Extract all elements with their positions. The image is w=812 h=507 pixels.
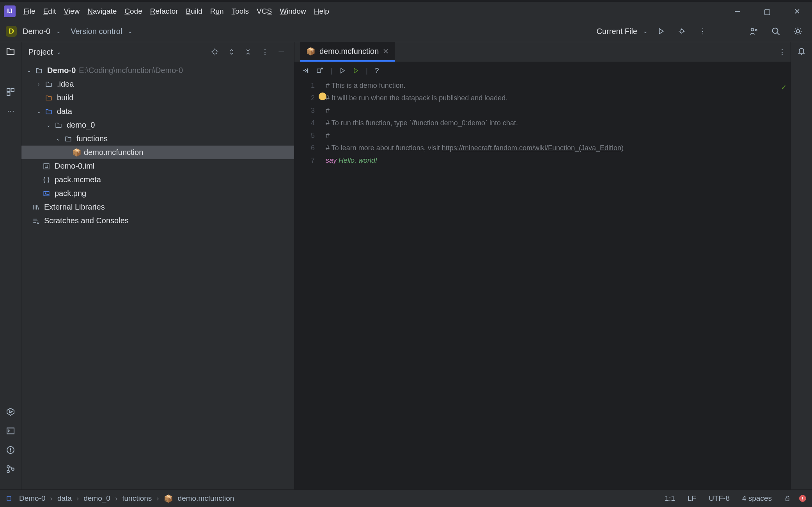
cursor-position[interactable]: 1:1 bbox=[661, 494, 679, 503]
tree-file-pack-mcmeta[interactable]: pack.mcmeta bbox=[21, 173, 294, 187]
menu-window[interactable]: Window bbox=[280, 7, 306, 16]
svg-rect-42 bbox=[786, 498, 789, 501]
menu-build[interactable]: Build bbox=[186, 7, 202, 16]
tree-root[interactable]: ⌄ Demo-0 E:\Coding\mcfunction\Demo-0 bbox=[21, 64, 294, 77]
editor-tool-b-icon[interactable] bbox=[316, 67, 323, 74]
menu-edit[interactable]: Edit bbox=[43, 7, 56, 16]
menu-bar: IJ File Edit View Navigate Code Refactor… bbox=[0, 2, 812, 21]
tree-scratches[interactable]: Scratches and Consoles bbox=[21, 214, 294, 228]
menu-run[interactable]: Run bbox=[210, 7, 224, 16]
maximize-button[interactable]: ▢ bbox=[756, 7, 778, 16]
breadcrumb-item[interactable]: Demo-0 bbox=[19, 494, 46, 503]
run-all-icon[interactable] bbox=[353, 68, 359, 74]
file-encoding[interactable]: UTF-8 bbox=[705, 494, 734, 503]
tree-folder-idea[interactable]: › .idea bbox=[21, 77, 294, 91]
editor-tab-bar: 📦 demo.mcfunction ✕ ⋮ bbox=[294, 42, 791, 62]
run-configuration-selector[interactable]: Current File bbox=[597, 27, 637, 36]
project-pane-title[interactable]: Project bbox=[28, 48, 53, 57]
svg-rect-13 bbox=[7, 428, 14, 434]
settings-icon[interactable] bbox=[790, 27, 806, 36]
line-separator[interactable]: LF bbox=[684, 494, 700, 503]
mcfunction-file-icon: 📦 bbox=[164, 494, 173, 503]
menu-refactor[interactable]: Refactor bbox=[150, 7, 178, 16]
menu-view[interactable]: View bbox=[64, 7, 80, 16]
chevron-down-icon: ⌄ bbox=[35, 109, 42, 114]
minimize-button[interactable]: ─ bbox=[727, 7, 748, 16]
error-indicator-icon[interactable]: ! bbox=[799, 495, 806, 502]
intention-bulb-icon[interactable] bbox=[319, 93, 326, 100]
module-icon bbox=[6, 495, 14, 502]
menu-tools[interactable]: Tools bbox=[232, 7, 249, 16]
readonly-lock-icon[interactable] bbox=[780, 495, 794, 502]
tree-file-iml[interactable]: Demo-0.iml bbox=[21, 159, 294, 173]
right-tool-strip bbox=[791, 42, 812, 489]
editor-tab[interactable]: 📦 demo.mcfunction ✕ bbox=[300, 42, 395, 62]
chevron-down-icon: ⌄ bbox=[128, 28, 133, 34]
svg-line-40 bbox=[321, 69, 321, 69]
version-control-menu[interactable]: Version control bbox=[71, 27, 122, 36]
hide-icon[interactable]: ─ bbox=[276, 48, 287, 56]
breadcrumb-item[interactable]: demo.mcfunction bbox=[178, 494, 234, 503]
main-toolbar: D Demo-0 ⌄ Version control ⌄ Current Fil… bbox=[0, 21, 812, 42]
tree-root-path: E:\Coding\mcfunction\Demo-0 bbox=[79, 66, 183, 75]
collapse-all-icon[interactable] bbox=[242, 49, 254, 55]
more-icon[interactable]: ⋮ bbox=[258, 48, 272, 57]
breadcrumb-item[interactable]: demo_0 bbox=[83, 494, 110, 503]
run-icon[interactable] bbox=[654, 28, 668, 35]
vcs-tool-icon[interactable] bbox=[6, 464, 15, 474]
tab-more-icon[interactable]: ⋮ bbox=[774, 48, 791, 57]
code-with-me-icon[interactable] bbox=[745, 27, 762, 36]
breadcrumb-item[interactable]: functions bbox=[122, 494, 152, 503]
breadcrumb-item[interactable]: data bbox=[57, 494, 72, 503]
indent-setting[interactable]: 4 spaces bbox=[738, 494, 776, 503]
inspection-ok-icon[interactable]: ✓ bbox=[781, 81, 787, 94]
menu-file[interactable]: File bbox=[23, 7, 35, 16]
expand-all-icon[interactable] bbox=[225, 49, 238, 55]
tree-file-pack-png[interactable]: pack.png bbox=[21, 187, 294, 200]
close-button[interactable]: ✕ bbox=[786, 7, 808, 16]
menu-help[interactable]: Help bbox=[314, 7, 329, 16]
structure-tool-icon[interactable] bbox=[6, 87, 15, 97]
tree-file-demo-mcfunction[interactable]: 📦 demo.mcfunction bbox=[21, 146, 294, 159]
code-link[interactable]: https://minecraft.fandom.com/wiki/Functi… bbox=[442, 144, 624, 152]
terminal-tool-icon[interactable] bbox=[6, 426, 15, 436]
tree-label: demo_0 bbox=[67, 121, 95, 130]
project-selector[interactable]: Demo-0 bbox=[23, 27, 50, 36]
more-tool-icon[interactable]: ⋯ bbox=[7, 107, 14, 116]
editor-tool-a-icon[interactable] bbox=[302, 67, 309, 74]
search-icon[interactable] bbox=[768, 27, 784, 36]
svg-rect-10 bbox=[7, 89, 10, 92]
tree-folder-data[interactable]: ⌄ data bbox=[21, 105, 294, 118]
scratches-icon bbox=[32, 217, 41, 224]
code-line: # To run this function, type `/function … bbox=[326, 117, 791, 129]
chevron-down-icon: ⌄ bbox=[56, 28, 61, 34]
project-tool-icon[interactable] bbox=[6, 47, 15, 56]
more-icon[interactable]: ⋮ bbox=[695, 27, 710, 36]
help-icon[interactable]: ? bbox=[375, 66, 379, 75]
menu-code[interactable]: Code bbox=[124, 7, 142, 16]
chevron-down-icon: ⌄ bbox=[643, 28, 648, 34]
code-line: # bbox=[326, 129, 791, 142]
chevron-right-icon: › bbox=[76, 494, 79, 503]
menu-vcs[interactable]: VCS bbox=[257, 7, 272, 16]
line-number: 2 bbox=[294, 92, 315, 104]
run-icon[interactable] bbox=[339, 68, 346, 74]
module-file-icon bbox=[43, 163, 51, 170]
menu-navigate[interactable]: Navigate bbox=[87, 7, 117, 16]
chevron-down-icon: ⌄ bbox=[45, 122, 52, 128]
close-tab-icon[interactable]: ✕ bbox=[383, 47, 389, 56]
left-tool-strip: ⋯ bbox=[0, 42, 21, 489]
tree-external-libraries[interactable]: External Libraries bbox=[21, 200, 294, 214]
image-file-icon bbox=[43, 190, 51, 197]
tree-folder-build[interactable]: build bbox=[21, 91, 294, 105]
tree-label: Scratches and Consoles bbox=[44, 216, 129, 225]
notifications-icon[interactable] bbox=[797, 47, 806, 55]
tree-folder-demo0[interactable]: ⌄ demo_0 bbox=[21, 118, 294, 132]
svg-point-36 bbox=[37, 222, 39, 224]
problems-tool-icon[interactable] bbox=[6, 445, 15, 455]
tree-folder-functions[interactable]: ⌄ functions bbox=[21, 132, 294, 146]
debug-icon[interactable] bbox=[674, 28, 689, 35]
code-editor[interactable]: ✓ 1 2 3 4 5 6 7 # This is a demo functio… bbox=[294, 79, 791, 167]
select-opened-file-icon[interactable] bbox=[208, 48, 222, 55]
services-tool-icon[interactable] bbox=[6, 407, 15, 416]
